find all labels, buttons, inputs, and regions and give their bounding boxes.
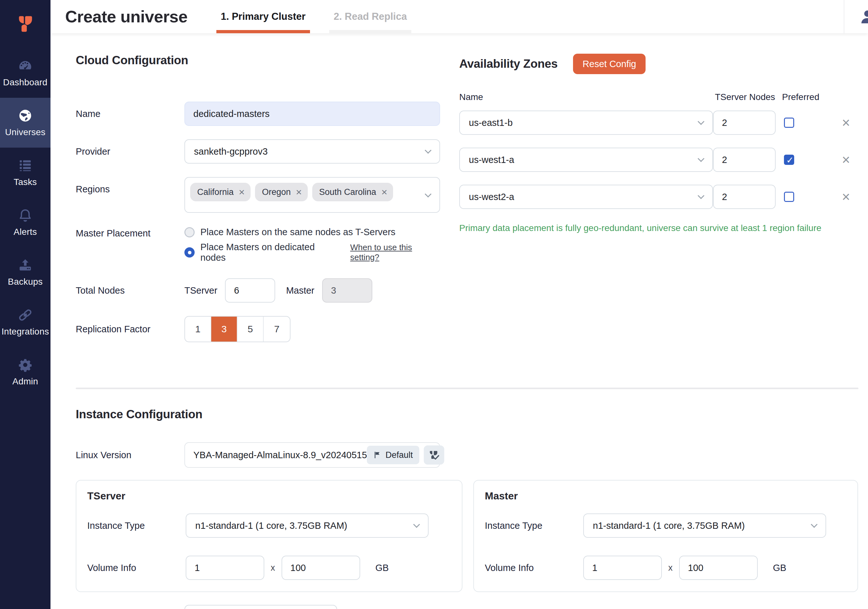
az-col-preferred: Preferred [782,92,823,102]
sidebar-item-universes[interactable]: Universes [0,98,51,147]
page-header: Create universe 1. Primary Cluster 2. Re… [51,0,868,33]
tserver-nodes-input[interactable] [225,278,275,302]
az-name: us-west1-a [469,155,514,165]
az-tserver-nodes-input[interactable] [713,110,776,135]
gear-icon [17,357,33,373]
az-name: us-west2-a [469,192,514,202]
preferred-checkbox[interactable] [784,192,794,202]
tserver-count-label: TServer [184,285,217,296]
chip-remove-icon[interactable]: × [381,187,388,197]
master-volume-count-input[interactable] [583,556,662,580]
linux-version-label: Linux Version [76,450,184,460]
region-chip: Oregon× [255,183,308,201]
region-chip: South Carolina× [312,183,393,201]
az-col-name: Name [459,92,713,102]
sidebar-item-dashboard[interactable]: Dashboard [0,48,51,98]
chevron-down-icon [698,192,704,199]
radio-button[interactable] [184,247,195,257]
sidebar-item-label: Tasks [14,177,37,187]
volume-unit: GB [375,563,389,573]
region-chips: California× Oregon× South Carolina× [190,183,393,201]
tab-primary-cluster[interactable]: 1. Primary Cluster [216,0,310,33]
sidebar-item-integrations[interactable]: Integrations [0,297,51,347]
radio-dedicated-nodes[interactable]: Place Masters on dedicated nodes When to… [184,242,440,263]
chevron-down-icon [698,118,704,125]
region-chip-label: South Carolina [319,187,377,197]
regions-multiselect[interactable]: California× Oregon× South Carolina× [184,177,440,213]
sidebar-item-backups[interactable]: Backups [0,247,51,297]
when-to-use-link[interactable]: When to use this setting? [350,243,440,262]
remove-az-icon[interactable]: × [842,190,850,204]
az-select[interactable]: us-east1-b [459,110,713,135]
total-nodes-label: Total Nodes [76,285,184,296]
sidebar-item-admin[interactable]: Admin [0,347,51,397]
az-tserver-nodes-input[interactable] [713,147,776,172]
preferred-checkbox[interactable] [784,118,794,128]
tab-read-replica[interactable]: 2. Read Replica [329,0,411,33]
provider-value: sanketh-gcpprov3 [194,146,268,157]
provider-label: Provider [76,146,184,157]
rf-option-3[interactable]: 3 [211,317,237,342]
plug-link-icon [17,307,33,323]
tserver-card: TServer Instance Type n1-standard-1 (1 c… [76,480,462,592]
rf-option-1[interactable]: 1 [185,317,211,342]
az-select[interactable]: us-west1-a [459,147,713,172]
chip-remove-icon[interactable]: × [296,187,302,197]
bell-icon [17,208,33,223]
page-title: Create universe [65,7,188,26]
backup-upload-icon [17,257,33,273]
geo-redundancy-note: Primary data placement is fully geo-redu… [459,223,859,233]
volume-info-label: Volume Info [87,563,186,573]
tserver-volume-count-input[interactable] [186,556,264,580]
radio-same-nodes[interactable]: Place Masters on the same nodes as T-Ser… [184,227,440,237]
reset-config-button[interactable]: Reset Config [573,54,646,74]
provider-select[interactable]: sanketh-gcpprov3 [184,139,440,164]
chevron-down-icon [413,521,420,527]
dashboard-gauge-icon [17,58,33,73]
yugabyte-logo[interactable] [0,0,51,48]
globe-icon [17,108,33,123]
preferred-checkbox[interactable] [784,155,794,165]
master-instance-type-select[interactable]: n1-standard-1 (1 core, 3.75GB RAM) [583,513,826,538]
sidebar-item-label: Admin [12,377,38,387]
availability-zones-heading: Availability Zones [459,57,558,71]
rf-option-7[interactable]: 7 [264,317,290,342]
instance-configuration-heading: Instance Configuration [76,408,859,421]
storage-type-select[interactable]: Persistent [184,605,337,609]
availability-zones-section: Availability Zones Reset Config Name TSe… [459,54,859,233]
cloud-configuration-heading: Cloud Configuration [76,54,440,67]
az-tserver-nodes-input[interactable] [713,185,776,209]
replication-factor-label: Replication Factor [76,324,184,335]
user-menu[interactable] [844,0,868,33]
sidebar-item-tasks[interactable]: Tasks [0,147,51,197]
wizard-tabs: 1. Primary Cluster 2. Read Replica [216,0,431,33]
master-placement-label: Master Placement [76,226,184,239]
volume-multiplier: x [271,563,275,573]
replication-factor-row: Replication Factor 1 3 5 7 [76,316,440,342]
master-nodes-input [322,278,372,302]
yb-managed-check-icon[interactable] [424,445,444,465]
az-select[interactable]: us-west2-a [459,185,713,209]
remove-az-icon[interactable]: × [842,153,850,167]
chip-remove-icon[interactable]: × [239,187,245,197]
sidebar-item-label: Backups [8,277,43,287]
replication-factor-selector: 1 3 5 7 [184,316,290,342]
master-card-title: Master [485,490,846,502]
instance-type-label: Instance Type [87,521,186,531]
rf-option-5[interactable]: 5 [237,317,264,342]
linux-version-field[interactable]: YBA-Managed-AlmaLinux-8.9_v20240515 Defa… [184,442,440,468]
tab-label: 1. Primary Cluster [221,11,305,22]
tserver-instance-type-select[interactable]: n1-standard-1 (1 core, 3.75GB RAM) [186,513,429,538]
default-badge-label: Default [386,450,413,460]
name-row: Name [76,102,440,126]
master-volume-size-input[interactable] [679,556,758,580]
regions-row: Regions California× Oregon× South Caroli… [76,177,440,213]
radio-button[interactable] [184,227,195,237]
volume-multiplier: x [668,563,673,573]
instance-type-value: n1-standard-1 (1 core, 3.75GB RAM) [593,521,745,531]
remove-az-icon[interactable]: × [842,116,850,130]
tserver-volume-size-input[interactable] [282,556,360,580]
universe-name-input[interactable] [184,102,440,126]
chevron-down-icon [425,147,431,153]
sidebar-item-alerts[interactable]: Alerts [0,197,51,247]
